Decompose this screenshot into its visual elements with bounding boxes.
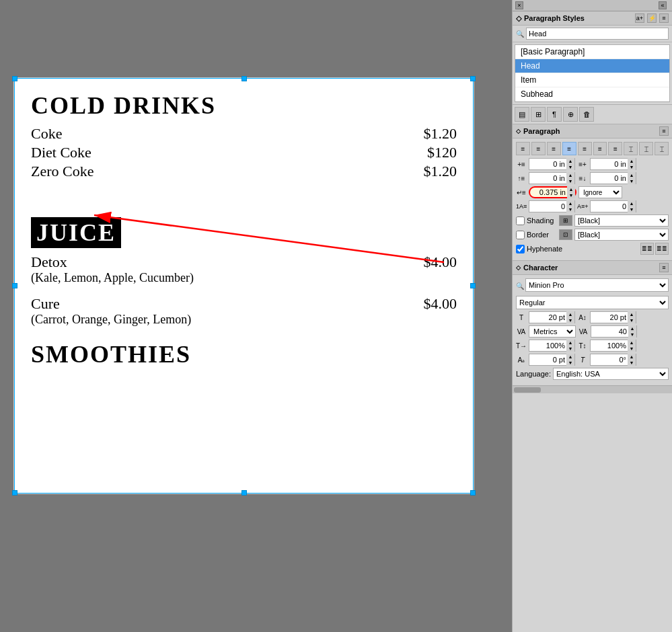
first-line-row: ↵≡ ▲ ▼ Ignore	[516, 186, 669, 198]
align-top-btn[interactable]: ⌶	[624, 142, 638, 155]
scale-h-input[interactable]	[529, 340, 566, 351]
character-section-title: Character	[523, 264, 558, 272]
space-before-up[interactable]: ▲	[566, 172, 574, 178]
space-before-input[interactable]	[529, 173, 566, 184]
align-bottom-btn[interactable]: ⌶	[655, 142, 669, 155]
language-label: Language:	[516, 370, 551, 378]
handle-br[interactable]	[470, 490, 476, 496]
align-middle-btn[interactable]: ⌶	[639, 142, 653, 155]
kern-select[interactable]: Metrics	[529, 325, 576, 338]
ps-tool-add[interactable]: ⊕	[563, 107, 578, 122]
space-before-down[interactable]: ▼	[566, 178, 574, 184]
ps-tool-preview[interactable]: ▤	[515, 107, 529, 122]
left-indent-down[interactable]: ▼	[566, 164, 574, 170]
lightning-button[interactable]: ⚡	[647, 13, 657, 23]
align-justify-btn[interactable]: ≡	[562, 142, 576, 155]
scroll-thumb[interactable]	[514, 387, 541, 393]
skew-up[interactable]: ▲	[628, 354, 636, 360]
skew-input[interactable]	[591, 354, 628, 365]
style-item-subhead[interactable]: Subhead	[515, 87, 669, 102]
grid-val1-down[interactable]: ▼	[566, 206, 574, 212]
align-center-btn[interactable]: ≡	[531, 142, 546, 155]
grid-val2-down[interactable]: ▼	[628, 206, 636, 212]
ps-tool-folder[interactable]: ⊞	[531, 107, 546, 122]
window-top: × «	[513, 0, 672, 11]
shading-checkbox[interactable]	[516, 216, 525, 225]
collapse-button[interactable]: «	[659, 1, 667, 9]
grid-val1-arrows: ▲ ▼	[566, 200, 574, 212]
page-content: COLD DRINKS Coke $1.20 Diet Coke $120 Ze…	[14, 78, 474, 382]
space-after-down[interactable]: ▼	[628, 178, 636, 184]
align-justify-center-btn[interactable]: ≡	[593, 142, 607, 155]
ps-tool-delete[interactable]: 🗑	[579, 107, 594, 122]
paragraph-menu-btn[interactable]: ≡	[659, 126, 669, 136]
right-indent-arrows: ▲ ▼	[628, 158, 636, 170]
style-search-input[interactable]	[526, 28, 669, 40]
item-price-dietcoke: $120	[427, 144, 457, 161]
align-justify-right-btn[interactable]: ≡	[608, 142, 622, 155]
style-item-head[interactable]: Head	[515, 59, 669, 73]
tracking-field: ▲ ▼	[591, 325, 637, 338]
baseline-down[interactable]: ▼	[566, 360, 574, 366]
tracking-up[interactable]: ▲	[628, 325, 636, 331]
style-item-basic-paragraph[interactable]: [Basic Paragraph]	[515, 45, 669, 59]
left-indent-up[interactable]: ▲	[566, 158, 574, 164]
border-checkbox[interactable]	[516, 231, 525, 239]
leading-up[interactable]: ▲	[628, 311, 636, 317]
right-indent-down[interactable]: ▼	[628, 164, 636, 170]
font-style-select[interactable]: Regular	[516, 296, 669, 309]
font-name-select[interactable]: Minion Pro	[525, 278, 669, 292]
style-item-item[interactable]: Item	[515, 73, 669, 87]
scale-v-up[interactable]: ▲	[628, 340, 636, 346]
cold-drinks-section: Coke $1.20 Diet Coke $120 Zero Coke $1.2…	[31, 125, 457, 180]
baseline-up[interactable]: ▲	[566, 354, 574, 360]
language-select[interactable]: English: USA	[553, 368, 669, 380]
size-input[interactable]	[529, 312, 566, 323]
skew-down[interactable]: ▼	[628, 360, 636, 366]
scale-v-down[interactable]: ▼	[628, 346, 636, 352]
grid-val2-input[interactable]	[591, 201, 628, 212]
character-menu-btn[interactable]: ≡	[659, 263, 669, 272]
scale-h-down[interactable]: ▼	[566, 346, 574, 352]
character-section-header[interactable]: ◇ Character ≡	[513, 260, 672, 275]
align-justify-last-btn[interactable]: ≡	[578, 142, 592, 155]
panel-menu-button[interactable]: ≡	[659, 13, 669, 23]
leading-down[interactable]: ▼	[628, 317, 636, 323]
grid-val1-up[interactable]: ▲	[566, 200, 574, 206]
tracking-input[interactable]	[591, 326, 628, 337]
leading-input[interactable]	[591, 312, 628, 323]
handle-bl[interactable]	[12, 490, 17, 496]
styles-list: [Basic Paragraph] Head Item Subhead	[515, 44, 670, 102]
handle-bc[interactable]	[241, 490, 247, 496]
hyphenate-grid-btn1[interactable]: ≣≣	[640, 243, 654, 255]
first-line-up[interactable]: ▲	[567, 186, 575, 192]
left-indent-input[interactable]	[529, 159, 566, 169]
tracking-down[interactable]: ▼	[628, 331, 636, 338]
align-left-btn[interactable]: ≡	[516, 142, 530, 155]
size-down[interactable]: ▼	[566, 317, 574, 323]
space-after-input[interactable]	[591, 173, 628, 184]
ignore-dropdown[interactable]: Ignore	[578, 186, 622, 198]
grid-align-row: 1A≡ ▲ ▼ A≡+ ▲ ▼	[516, 200, 669, 212]
add-style-button[interactable]: a+	[635, 13, 644, 23]
hyphenate-checkbox[interactable]	[516, 245, 525, 253]
grid-val1-input[interactable]	[529, 201, 566, 212]
align-right-btn[interactable]: ≡	[547, 142, 561, 155]
first-line-down[interactable]: ▼	[567, 192, 575, 198]
first-line-input[interactable]	[530, 187, 567, 198]
grid-val2-up[interactable]: ▲	[628, 200, 636, 206]
paragraph-section-header[interactable]: ◇ Paragraph ≡	[513, 124, 672, 139]
scale-v-input[interactable]	[591, 340, 628, 351]
border-color-select[interactable]: [Black]	[574, 229, 669, 241]
size-up[interactable]: ▲	[566, 311, 574, 317]
right-indent-input[interactable]	[591, 159, 628, 169]
space-after-up[interactable]: ▲	[628, 172, 636, 178]
scale-h-up[interactable]: ▲	[566, 340, 574, 346]
baseline-input[interactable]	[529, 354, 566, 365]
shading-color-select[interactable]: [Black]	[574, 214, 669, 227]
right-indent-up[interactable]: ▲	[628, 158, 636, 164]
ps-tool-paragraph[interactable]: ¶	[547, 107, 562, 122]
baseline-skew-row: Aₐ ▲ ▼ T ▲ ▼	[516, 354, 669, 366]
hyphenate-grid-btn2[interactable]: ≣≣	[655, 243, 669, 255]
close-button[interactable]: ×	[515, 1, 523, 9]
